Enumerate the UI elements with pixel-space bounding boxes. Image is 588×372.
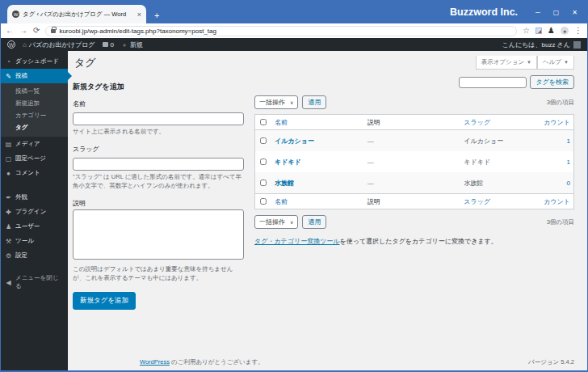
- appearance-brush-icon: ✒: [5, 194, 12, 201]
- sidebar-item-appearance[interactable]: ✒ 外観: [1, 190, 68, 205]
- apply-button-bottom[interactable]: 適用: [302, 215, 326, 229]
- chevron-down-icon: ▼: [564, 60, 569, 65]
- help-label: ヘルプ: [543, 58, 561, 66]
- profile-avatar-icon[interactable]: ●: [561, 27, 569, 35]
- submenu-item-add-new[interactable]: 新規追加: [1, 97, 68, 109]
- tag-slug: イルカショー: [460, 137, 535, 146]
- slug-description: "スラッグ" は URL に適した形式の名前です。通常はすべて半角小文字で、英数…: [73, 173, 244, 191]
- page-title: タグ: [73, 56, 96, 70]
- tag-category-converter-link[interactable]: タグ・カテゴリー変換ツール: [254, 238, 340, 245]
- new-tab-button[interactable]: +: [154, 11, 159, 20]
- row-checkbox[interactable]: [260, 137, 267, 144]
- admin-bar-new-link[interactable]: ＋ 新規: [121, 40, 143, 49]
- admin-bar-greeting[interactable]: こんにちは、buzz さん: [502, 40, 570, 49]
- tag-name-input[interactable]: [73, 112, 244, 125]
- home-icon: ⌂: [23, 41, 27, 49]
- back-icon[interactable]: ←: [6, 27, 14, 35]
- table-footer-row: 名前 説明 スラッグ カウント: [255, 193, 573, 209]
- row-checkbox[interactable]: [260, 180, 267, 186]
- sidebar-item-pages[interactable]: ▢ 固定ページ: [1, 151, 68, 166]
- extensions-icon[interactable]: ♟: [548, 27, 555, 35]
- column-header-count[interactable]: カウント: [535, 118, 573, 127]
- version-text: バージョン 5.4.2: [528, 358, 574, 366]
- tag-name-link[interactable]: イルカショー: [271, 137, 364, 146]
- sidebar-item-users[interactable]: ♟ ユーザー: [1, 219, 68, 234]
- browser-tab[interactable]: W タグ ‹ バズのお出かけブログ — Word ×: [7, 5, 146, 23]
- add-tag-form: 新規タグを追加 名前 サイト上に表示される名前です。 スラッグ "スラッグ" は…: [73, 72, 244, 310]
- new-label: 新規: [130, 40, 143, 49]
- bulk-actions-select-bottom[interactable]: 一括操作 ∨: [254, 215, 298, 229]
- chrome-menu-icon[interactable]: ⋮: [574, 27, 582, 35]
- add-new-tag-button[interactable]: 新規タグを追加: [73, 292, 136, 310]
- collapse-label: メニューを閉じる: [15, 274, 64, 290]
- tag-count-link[interactable]: 0: [535, 180, 573, 187]
- comments-count: 0: [111, 41, 114, 49]
- slug-label: スラッグ: [73, 145, 244, 154]
- users-icon: ♟: [5, 223, 12, 230]
- forward-icon[interactable]: →: [19, 27, 27, 35]
- search-tags-input[interactable]: [459, 77, 527, 88]
- help-button[interactable]: ヘルプ ▼: [537, 56, 574, 70]
- admin-footer: WordPress のご利用ありがとうございます。 バージョン 5.4.2: [140, 358, 574, 366]
- tab-close-icon[interactable]: ×: [137, 11, 141, 19]
- screenshot-extension-icon[interactable]: [536, 27, 542, 34]
- comments-bubble-icon: [103, 42, 108, 47]
- bulk-actions-select[interactable]: 一括操作 ∨: [254, 95, 298, 109]
- sidebar-item-comments[interactable]: ● コメント: [1, 166, 68, 180]
- collapse-icon: ◀: [5, 279, 12, 286]
- sidebar-item-label: 設定: [15, 252, 27, 260]
- sidebar-item-plugins[interactable]: ✚ プラグイン: [1, 205, 68, 219]
- description-label: 説明: [73, 199, 244, 208]
- minimize-button[interactable]: ─: [536, 9, 540, 16]
- sidebar-item-label: メディア: [15, 140, 40, 148]
- sidebar-item-label: プラグイン: [15, 208, 46, 216]
- description-description: この説明はデフォルトではあまり重要な意味を持ちませんが、これを表示するテーマも中…: [73, 265, 244, 283]
- column-header-slug[interactable]: スラッグ: [460, 118, 535, 127]
- sidebar-item-settings[interactable]: ⚙ 設定: [1, 248, 68, 263]
- admin-bar-comments-link[interactable]: 0: [103, 41, 114, 49]
- tag-description: —: [364, 180, 461, 187]
- submenu-item-categories[interactable]: カテゴリー: [1, 109, 68, 121]
- media-icon: ▤: [5, 141, 12, 148]
- address-bar[interactable]: kuroobi.jp/wp-admin/edit-tags.php?taxono…: [45, 26, 517, 36]
- screen-options-button[interactable]: 表示オプション ▼: [476, 56, 537, 70]
- sidebar-item-tools[interactable]: ⚒ ツール: [1, 234, 68, 248]
- select-chevron-icon: ∨: [290, 99, 293, 105]
- search-tags-button[interactable]: タグを検索: [530, 75, 574, 89]
- tag-count-link[interactable]: 1: [535, 137, 573, 145]
- column-footer-name[interactable]: 名前: [271, 197, 364, 206]
- tags-list-panel: タグを検索 一括操作 ∨ 適用 3個の項目 名前: [254, 72, 574, 310]
- tags-table: 名前 説明 スラッグ カウント イルカショー — イルカショー 1: [254, 114, 574, 209]
- select-all-checkbox[interactable]: [260, 119, 267, 125]
- apply-button[interactable]: 適用: [302, 95, 326, 109]
- submenu-item-all-posts[interactable]: 投稿一覧: [1, 85, 68, 97]
- close-button[interactable]: ✕: [572, 9, 578, 16]
- row-checkbox[interactable]: [260, 159, 267, 165]
- column-footer-slug[interactable]: スラッグ: [460, 197, 535, 206]
- sidebar-item-posts[interactable]: ✎ 投稿: [1, 69, 68, 83]
- select-chevron-icon: ∨: [290, 219, 293, 225]
- tag-name-link[interactable]: 水族館: [271, 179, 364, 188]
- column-header-name[interactable]: 名前: [271, 118, 364, 127]
- column-footer-description: 説明: [364, 197, 461, 206]
- thanks-text: WordPress のご利用ありがとうございます。: [140, 358, 264, 366]
- admin-bar-site-link[interactable]: ⌂ バズのお出かけブログ: [23, 40, 95, 49]
- sidebar-item-dashboard[interactable]: ◔ ダッシュボード: [1, 54, 68, 69]
- submenu-item-tags[interactable]: タグ: [1, 121, 68, 133]
- column-footer-count[interactable]: カウント: [535, 197, 573, 206]
- tag-count-link[interactable]: 1: [535, 159, 573, 166]
- sidebar-item-media[interactable]: ▤ メディア: [1, 137, 68, 151]
- bookmark-star-icon[interactable]: ☆: [523, 27, 530, 35]
- select-all-checkbox[interactable]: [260, 198, 267, 205]
- wordpress-footer-link[interactable]: WordPress: [140, 358, 170, 366]
- maximize-button[interactable]: ▢: [553, 9, 560, 16]
- sidebar-item-label: ツール: [15, 237, 34, 245]
- tag-slug: キドキド: [460, 158, 535, 167]
- tag-description-textarea[interactable]: [73, 209, 244, 260]
- tag-slug-input[interactable]: [73, 158, 244, 171]
- browser-window: W タグ ‹ バズのお出かけブログ — Word × + Buzzword In…: [0, 0, 588, 372]
- refresh-icon[interactable]: ⟳: [33, 27, 40, 35]
- collapse-menu-button[interactable]: ◀ メニューを閉じる: [1, 271, 68, 294]
- wordpress-logo-icon[interactable]: W: [7, 40, 15, 49]
- tag-name-link[interactable]: キドキド: [271, 158, 364, 167]
